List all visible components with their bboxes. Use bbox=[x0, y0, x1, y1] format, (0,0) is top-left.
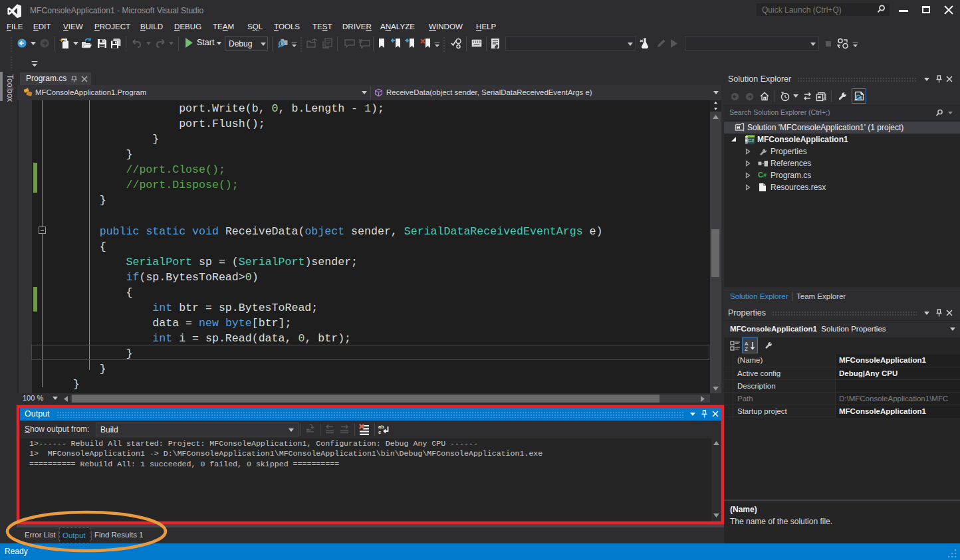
svg-text:C#: C# bbox=[747, 138, 755, 143]
svg-text:c: c bbox=[378, 429, 381, 435]
svg-text:Z: Z bbox=[745, 346, 748, 351]
